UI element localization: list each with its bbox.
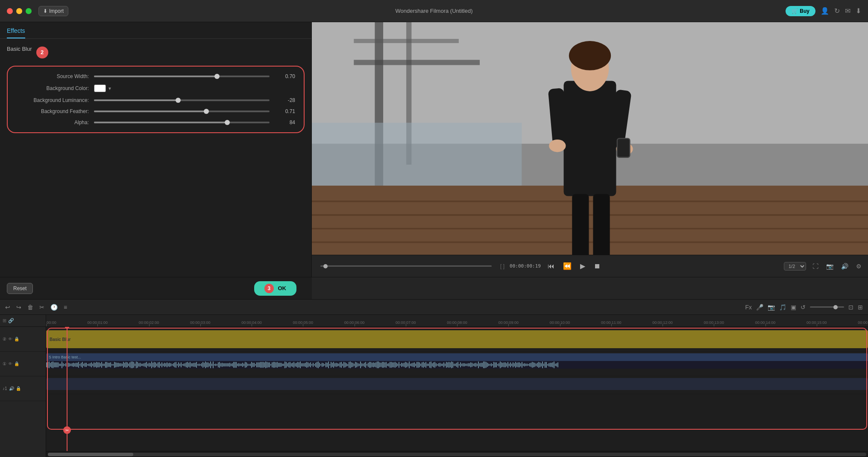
mail-icon[interactable]: ✉ — [845, 7, 850, 15]
stop-button[interactable]: ⏹ — [592, 261, 602, 272]
delete-icon[interactable]: 🗑 — [27, 304, 33, 311]
timeline-body: ⊞ 🔗 ② 👁 🔒 ① 👁 🔒 ♪1 🔊 — [0, 315, 868, 457]
zoom-fit-icon[interactable]: ⊡ — [848, 304, 853, 311]
bg-feather-value: 0.71 — [274, 108, 295, 114]
color-swatch[interactable] — [94, 84, 106, 92]
video-track-clip[interactable]: S Intro Basic test... — [46, 353, 868, 369]
track-1-header: ① 👁 🔒 — [0, 352, 46, 376]
reset-button[interactable]: Reset — [7, 283, 33, 294]
track1-lock-icon[interactable]: 🔒 — [14, 361, 19, 366]
cut-icon[interactable]: ✂ — [39, 304, 44, 311]
svg-point-17 — [569, 41, 611, 70]
grid-icon[interactable]: ⊞ — [858, 304, 863, 311]
playhead[interactable]: ✂ — [67, 327, 67, 451]
bg-luminance-value: -28 — [274, 97, 295, 103]
volume-icon[interactable]: 🔊 — [840, 262, 850, 271]
param-row-alpha: Alpha: 84 — [16, 119, 295, 125]
tab-effects[interactable]: Effects — [7, 27, 25, 38]
main-wrapper: Effects Basic Blur 2 Source Width: — [0, 22, 868, 457]
buy-button[interactable]: 🛒 Buy — [786, 6, 815, 16]
audio-icon[interactable]: 🎵 — [779, 304, 786, 311]
bg-luminance-label: Background Luminance: — [16, 97, 89, 103]
snapshot-icon[interactable]: 📷 — [825, 262, 835, 271]
svg-rect-7 — [312, 123, 522, 186]
ok-label: OK — [278, 285, 287, 291]
timeline: ↩ ↪ 🗑 ✂ 🕐 ≡ Fx 🎤 📷 🎵 ▣ ↺ ⊡ ⊞ — [0, 299, 868, 457]
timeline-scrollbar — [46, 451, 868, 457]
track2-lock-icon[interactable]: 🔒 — [14, 337, 19, 341]
effects-tab: Effects — [0, 22, 311, 39]
effects-content: Basic Blur 2 Source Width: 0.70 — [0, 39, 311, 277]
expand-icon[interactable]: ⊞ — [3, 318, 6, 323]
track1-eye-icon[interactable]: 👁 — [8, 361, 12, 366]
ok-button[interactable]: 3 OK — [254, 281, 296, 296]
scissors-icon[interactable]: ✂ — [63, 426, 71, 434]
waveform — [46, 361, 868, 369]
in-point-icon: [ ] — [500, 263, 504, 269]
quality-select[interactable]: 1/2 Full 1/4 — [784, 262, 806, 271]
preview-image — [312, 22, 868, 255]
param-row-bg-luminance: Background Luminance: -28 — [16, 97, 295, 103]
ruler-header: ⊞ 🔗 — [0, 315, 46, 327]
zoom-slider[interactable] — [810, 306, 844, 308]
minimize-button[interactable] — [16, 8, 22, 14]
undo-icon[interactable]: ↩ — [5, 304, 10, 311]
source-width-slider[interactable] — [94, 76, 270, 77]
link-icon[interactable]: 🔗 — [8, 318, 14, 323]
left-panel: Effects Basic Blur 2 Source Width: — [0, 22, 312, 277]
scrollbar-thumb[interactable] — [48, 453, 133, 456]
overlay-icon[interactable]: ▣ — [791, 304, 796, 311]
bg-feather-slider[interactable] — [94, 111, 270, 112]
track1-number: ① — [3, 361, 6, 366]
bg-feather-label: Background Feather: — [16, 108, 89, 114]
history-icon[interactable]: 🕐 — [50, 304, 58, 311]
import-icon: ⬇ — [43, 8, 47, 14]
settings-icon[interactable]: ⚙ — [855, 262, 863, 271]
param-row-bg-feather: Background Feather: 0.71 — [16, 108, 295, 114]
timeline-toolbar-right: Fx 🎤 📷 🎵 ▣ ↺ ⊡ ⊞ — [745, 304, 863, 311]
user-icon[interactable]: 👤 — [821, 7, 829, 15]
step-back-button[interactable]: ⏪ — [561, 260, 573, 272]
fullscreen-icon[interactable]: ⛶ — [811, 262, 820, 271]
play-button[interactable]: ▶ — [578, 260, 587, 272]
rotation-icon[interactable]: ↺ — [801, 304, 806, 311]
blur-track-row: Basic Blur — [46, 327, 868, 352]
tracks-area: 1 ✂ Basic Blur — [46, 327, 868, 451]
skip-back-button[interactable]: ⏮ — [546, 261, 556, 272]
source-width-value: 0.70 — [274, 73, 295, 79]
bg-luminance-slider[interactable] — [94, 99, 270, 101]
camera-icon[interactable]: 📷 — [768, 304, 775, 311]
svg-rect-24 — [593, 194, 610, 255]
import-label: Import — [49, 8, 64, 14]
import-button[interactable]: ⬇ Import — [38, 6, 68, 16]
timeline-right: 00:00:00:0000:00:01:0000:00:02:0000:00:0… — [46, 315, 868, 457]
timeline-ruler: 00:00:00:0000:00:01:0000:00:02:0000:00:0… — [46, 315, 868, 327]
close-button[interactable] — [7, 8, 13, 14]
preview-slider[interactable] — [320, 265, 492, 267]
transport-bar: [ ] 00:00:00:19 ⏮ ⏪ ▶ ⏹ 1/2 Full 1/4 ⛶ 📷… — [312, 255, 868, 277]
alpha-slider[interactable] — [94, 122, 270, 123]
markers-icon[interactable]: ≡ — [64, 304, 67, 311]
blur-track-clip[interactable]: Basic Blur — [46, 330, 868, 348]
audio-number: ♪1 — [3, 386, 7, 391]
track-2-header: ② 👁 🔒 — [0, 327, 46, 352]
ruler-marks: 00:00:00:0000:00:01:0000:00:02:0000:00:0… — [46, 315, 868, 326]
fx-icon[interactable]: Fx — [745, 304, 752, 311]
audio-mute-icon[interactable]: 🔊 — [9, 386, 14, 391]
svg-rect-15 — [564, 81, 616, 196]
svg-rect-4 — [354, 60, 480, 65]
effects-action-bar: Reset 3 OK — [0, 277, 312, 299]
maximize-button[interactable] — [26, 8, 32, 14]
color-dropdown[interactable]: ▼ — [108, 86, 112, 91]
bg-color-label: Background Color: — [16, 85, 89, 91]
scrollbar-track[interactable] — [48, 453, 866, 456]
refresh-icon[interactable]: ↻ — [834, 7, 840, 15]
track2-eye-icon[interactable]: 👁 — [8, 337, 12, 341]
svg-rect-5 — [354, 39, 459, 43]
alpha-value: 84 — [274, 119, 295, 125]
param-row-source-width: Source Width: 0.70 — [16, 73, 295, 79]
redo-icon[interactable]: ↪ — [16, 304, 21, 311]
download-icon[interactable]: ⬇ — [856, 7, 861, 15]
audio-lock-icon[interactable]: 🔒 — [16, 386, 21, 391]
mic-icon[interactable]: 🎤 — [756, 304, 763, 311]
